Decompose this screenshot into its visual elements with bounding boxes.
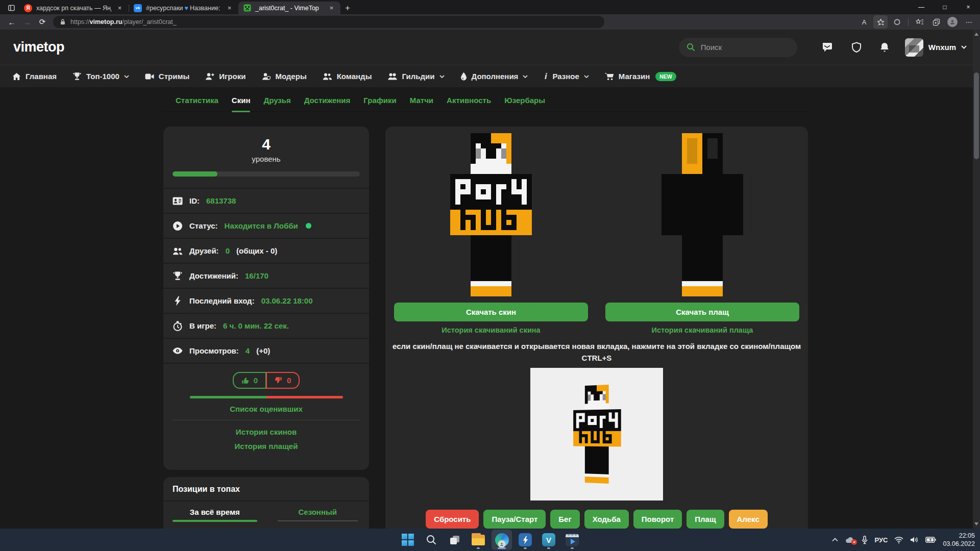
- scrollbar-thumb[interactable]: [974, 72, 979, 159]
- app-vimeworld-button[interactable]: V: [538, 530, 559, 550]
- volume-icon[interactable]: [910, 536, 919, 543]
- nav-item-shop[interactable]: Магазин NEW: [605, 72, 676, 81]
- content: Статистика Скин Друзья Достижения График…: [163, 88, 808, 529]
- nav-item-players[interactable]: Игроки: [205, 72, 246, 81]
- microphone-icon[interactable]: [862, 536, 868, 544]
- system-tray: × РУС 22:05 03.06.2022: [832, 529, 975, 551]
- new-tab-button[interactable]: +: [340, 2, 355, 14]
- tab-skin-active[interactable]: Скин: [232, 96, 251, 111]
- window-maximize-button[interactable]: □: [933, 0, 957, 14]
- read-aloud-icon[interactable]: A: [857, 15, 871, 29]
- refresh-button[interactable]: ⟳: [35, 15, 50, 29]
- viewer-controls: Сбросить Пауза/Старт Бег Ходьба Поворот …: [385, 510, 808, 529]
- page-scrollbar[interactable]: [973, 30, 980, 529]
- lightning-app-icon: [519, 533, 532, 546]
- browser-tab-vimetop-active[interactable]: _arist0crat_ - VimeTop ×: [238, 2, 340, 14]
- tab-activity[interactable]: Активность: [447, 96, 491, 111]
- nav-item-top1000[interactable]: Топ-1000: [72, 72, 129, 81]
- skin-3d-viewer[interactable]: [530, 368, 663, 500]
- favorites-bar-icon[interactable]: [913, 15, 927, 29]
- window-minimize-button[interactable]: —: [910, 0, 933, 14]
- windows-taskbar: V × РУС 22:05 03.06.2022: [0, 529, 980, 551]
- collections-icon[interactable]: [929, 15, 943, 29]
- browser-settings-menu-icon[interactable]: ⋯: [962, 15, 976, 29]
- raters-list-link[interactable]: Список оценивших: [163, 405, 369, 413]
- app-lightning-button[interactable]: [515, 530, 535, 550]
- download-cape-button[interactable]: Скачать плащ: [605, 303, 799, 321]
- tab-statistics[interactable]: Статистика: [176, 96, 218, 111]
- screen: Я хардсок рп скачать — Яндекс: н × vk #р…: [0, 0, 980, 551]
- tab-userbars[interactable]: Юзербары: [504, 96, 545, 111]
- tray-chevron-up-icon[interactable]: [832, 538, 838, 542]
- positions-tab-alltime[interactable]: За всё время: [163, 502, 266, 522]
- user-avatar: [905, 38, 923, 57]
- rotate-button[interactable]: Поворот: [633, 510, 682, 529]
- nav-item-moders[interactable]: Модеры: [261, 72, 306, 81]
- browser-profile-avatar[interactable]: [945, 15, 960, 29]
- browser-essentials-icon[interactable]: [890, 15, 904, 29]
- reset-button[interactable]: Сбросить: [426, 510, 479, 529]
- skin-history-link[interactable]: История скинов: [163, 425, 369, 439]
- level-label: уровень: [173, 155, 360, 163]
- messages-icon[interactable]: [822, 42, 834, 53]
- download-skin-button[interactable]: Скачать скин: [394, 303, 588, 321]
- nav-item-streams[interactable]: Стримы: [145, 72, 189, 81]
- dislike-button[interactable]: 0: [266, 372, 300, 389]
- walk-button[interactable]: Ходьба: [584, 510, 629, 529]
- shield-icon[interactable]: [851, 42, 862, 53]
- tab-matches[interactable]: Матчи: [410, 96, 433, 111]
- nav-item-home[interactable]: Главная: [12, 72, 57, 81]
- app-media-player-button[interactable]: [562, 530, 582, 550]
- file-explorer-button[interactable]: [468, 530, 488, 550]
- tab-achievements[interactable]: Достижения: [304, 96, 351, 111]
- tab-close-icon[interactable]: ×: [115, 4, 124, 12]
- pause-start-button[interactable]: Пауза/Старт: [483, 510, 546, 529]
- start-button[interactable]: [398, 530, 418, 550]
- user-menu[interactable]: Wnxum: [905, 38, 967, 57]
- nav-item-guilds[interactable]: Гильдии: [387, 72, 444, 81]
- nav-item-teams[interactable]: Команды: [323, 72, 372, 81]
- run-button[interactable]: Бег: [550, 510, 579, 529]
- nav-item-addons[interactable]: Дополнения: [460, 72, 528, 81]
- favorite-add-icon[interactable]: [873, 15, 888, 29]
- address-bar[interactable]: https://vimetop.ru/player/_arist0crat_: [53, 16, 604, 28]
- alex-button[interactable]: Алекс: [729, 510, 768, 529]
- onedrive-error-icon[interactable]: ×: [845, 536, 855, 543]
- site-logo[interactable]: vimetop: [13, 39, 64, 55]
- cape-download-history-link[interactable]: История скачиваний плаща: [652, 326, 753, 334]
- thumbs-down-icon: [275, 377, 282, 384]
- like-button[interactable]: 0: [233, 372, 266, 389]
- cape-history-link[interactable]: История плащей: [163, 439, 369, 454]
- window-close-button[interactable]: ×: [957, 0, 980, 14]
- task-view-button[interactable]: [445, 530, 465, 550]
- tab-friends[interactable]: Друзья: [263, 96, 290, 111]
- nav-item-misc[interactable]: i Разное: [544, 71, 589, 82]
- tab-actions-button[interactable]: [3, 2, 19, 14]
- video-camera-icon: [145, 73, 154, 80]
- forward-button[interactable]: →: [19, 15, 35, 29]
- edge-icon: [495, 533, 509, 547]
- tab-close-icon[interactable]: ×: [327, 4, 336, 12]
- divider: [173, 420, 360, 420]
- tab-close-icon[interactable]: ×: [225, 4, 234, 12]
- battery-charging-icon[interactable]: [925, 537, 936, 543]
- scrollbar-up-arrow[interactable]: [973, 31, 980, 38]
- download-note: если скин/плащ не скачивается и открывае…: [385, 341, 808, 364]
- back-button[interactable]: ←: [4, 15, 19, 29]
- search-input[interactable]: Поиск: [679, 38, 797, 57]
- cape-button[interactable]: Плащ: [687, 510, 724, 529]
- browser-tab-vk[interactable]: vk #ресурспаки♥Название: Нап ×: [129, 2, 238, 14]
- taskbar-search-button[interactable]: [421, 530, 442, 550]
- lock-icon: [60, 18, 66, 26]
- browser-tab-yandex[interactable]: Я хардсок рп скачать — Яндекс: н ×: [19, 2, 129, 14]
- taskbar-clock[interactable]: 22:05 03.06.2022: [943, 532, 975, 548]
- notifications-bell-icon[interactable]: [879, 42, 890, 53]
- language-indicator[interactable]: РУС: [874, 536, 888, 544]
- tab-graphs[interactable]: Графики: [363, 96, 397, 111]
- wifi-icon[interactable]: [894, 537, 903, 543]
- skin-download-history-link[interactable]: История скачиваний скина: [442, 326, 540, 334]
- player-stats-column: 4 уровень ID:6813738 Статус:Находится в …: [163, 127, 369, 529]
- positions-tab-season[interactable]: Сезонный: [266, 502, 370, 522]
- scrollbar-down-arrow[interactable]: [973, 520, 980, 528]
- edge-browser-button[interactable]: [492, 530, 512, 550]
